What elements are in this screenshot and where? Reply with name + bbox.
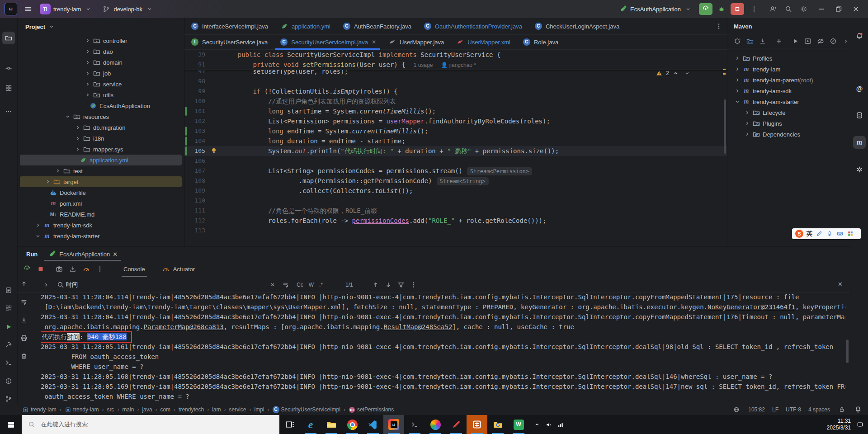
editor-tab-application.yml[interactable]: application.yml — [274, 18, 336, 34]
tab-actuator[interactable]: Actuator — [159, 261, 198, 277]
chevron-up-icon[interactable] — [533, 420, 542, 429]
console-log[interactable]: 2025-03-31 11:28:04.114|trendy-iam|48552… — [41, 292, 845, 404]
editor-tab-CheckUserLoginAspect.java[interactable]: CCheckUserLoginAspect.java — [528, 18, 625, 34]
input-mode-label[interactable]: 英 — [807, 230, 812, 238]
chevron-right-icon[interactable] — [83, 69, 92, 78]
editor-tab-Role.java[interactable]: CRole.java — [516, 35, 564, 49]
maven-item-trendy-iam-starter[interactable]: mtrendy-iam-starter — [730, 96, 848, 107]
chevron-right-icon[interactable] — [33, 221, 42, 230]
maven-skip-icon[interactable] — [829, 37, 838, 46]
filter-icon[interactable] — [396, 280, 406, 289]
taskbar-app-color-wheel[interactable] — [425, 415, 446, 434]
breadcrumb-item-service[interactable]: service — [227, 406, 247, 413]
chevron-right-icon[interactable] — [73, 134, 82, 143]
inspection-widget[interactable]: 2 — [655, 69, 692, 78]
translate-icon[interactable] — [732, 405, 741, 414]
ai-icon[interactable]: @ — [853, 82, 866, 94]
breadcrumb-item-main[interactable]: main — [121, 406, 135, 413]
chevron-right-icon[interactable] — [73, 145, 82, 154]
taskbar-app-orange-app[interactable] — [467, 415, 487, 434]
keyboard-icon[interactable] — [836, 230, 844, 237]
console-line[interactable]: oauth_access_token WHERE user_name = ? — [41, 392, 845, 401]
file-encoding[interactable]: UTF-8 — [786, 406, 801, 413]
stack-link[interactable]: ParameterMap@268ca813 — [144, 323, 224, 330]
services-icon[interactable] — [2, 302, 15, 315]
chevron-icon[interactable] — [733, 75, 742, 85]
input-method-bar[interactable]: S 英 — [792, 228, 861, 239]
tab-console[interactable]: Console — [121, 261, 148, 277]
pen-icon[interactable] — [816, 230, 823, 237]
start-button[interactable] — [0, 415, 22, 434]
minimize-button[interactable] — [814, 3, 829, 15]
sticky-line-39[interactable]: 39 public class SecurityUserServiceImpl … — [184, 50, 727, 60]
vcs-icon[interactable] — [2, 392, 15, 405]
maven-chev-r-icon[interactable] — [841, 37, 850, 46]
tree-item-dao[interactable]: dao — [20, 46, 182, 57]
usage-hint[interactable]: 1 usage — [414, 62, 433, 68]
commit-icon[interactable] — [2, 62, 15, 75]
maven-item-Plugins[interactable]: Plugins — [730, 118, 848, 129]
stack-link[interactable]: ResultMap@2485ea52 — [384, 323, 453, 330]
prev-problem-icon[interactable] — [671, 69, 680, 78]
editor-tab-InterfaceServiceImpl.java[interactable]: CInterfaceServiceImpl.java — [184, 18, 274, 34]
run-green-icon[interactable] — [2, 321, 15, 333]
run-tab[interactable]: EcsAuthApplication ✕ — [44, 247, 121, 261]
tree-item-application.yml[interactable]: application.yml — [20, 155, 182, 165]
console-line[interactable]: 2025-03-31 11:28:05.168|trendy-iam|48552… — [41, 372, 845, 382]
next-problem-icon[interactable] — [683, 69, 692, 78]
code-line-100[interactable]: 100 //通过用户角色列表加载用户的资源权限列表 — [184, 96, 727, 106]
openai-icon[interactable] — [853, 163, 866, 176]
tree-item-utils[interactable]: utils — [20, 90, 182, 100]
chevron-icon[interactable] — [743, 108, 752, 117]
tree-item-trendy-iam-starter[interactable]: mtrendy-iam-starter — [20, 231, 182, 241]
debug-button[interactable] — [717, 5, 726, 14]
chevron-down-icon[interactable] — [63, 112, 72, 121]
breadcrumb-item-src[interactable]: src — [105, 406, 115, 413]
intention-bulb-icon[interactable] — [210, 146, 218, 155]
lock-icon[interactable] — [837, 405, 846, 414]
editor-tab-UserMapper.xml[interactable]: UserMapper.xml — [450, 35, 516, 49]
console-line[interactable]: org.apache.ibatis.mapping.ParameterMap@2… — [41, 322, 845, 332]
next-match-icon[interactable] — [384, 280, 393, 289]
stop-button[interactable] — [731, 3, 744, 15]
chevron-icon[interactable] — [733, 97, 742, 106]
chevron-right-icon[interactable] — [83, 58, 92, 67]
maven-tool-icon[interactable]: m — [853, 136, 866, 149]
chevron-right-icon[interactable] — [53, 166, 62, 175]
import-icon[interactable] — [68, 264, 77, 274]
scroll-end-icon[interactable] — [19, 316, 28, 325]
breadcrumb-item-SecurityUserServiceImpl[interactable]: CSecurityUserServiceImpl — [271, 405, 342, 414]
chevron-icon[interactable] — [733, 65, 742, 74]
maven-download-icon[interactable] — [758, 37, 767, 46]
camera-icon[interactable] — [55, 264, 64, 274]
maven-item-Profiles[interactable]: Profiles — [730, 53, 848, 64]
code-line-111[interactable]: 111 //角色是一个特殊的权限，ROLE_前缀 — [184, 206, 727, 216]
structure-icon[interactable] — [2, 82, 15, 94]
breadcrumb-item-trendytech[interactable]: trendytech — [177, 406, 205, 413]
branch-switcher[interactable]: develop-bk — [113, 6, 142, 13]
tree-item-EcsAuthApplication[interactable]: EcsAuthApplication — [20, 100, 182, 111]
settings-icon[interactable] — [799, 5, 808, 14]
volume-icon[interactable] — [544, 420, 553, 429]
chevron-right-icon[interactable] — [73, 123, 82, 132]
chevron-icon[interactable] — [733, 86, 742, 95]
taskbar-clock[interactable]: 11:31 2025/3/31 — [827, 418, 855, 431]
problems-icon[interactable] — [2, 375, 15, 387]
code-line-99[interactable]: 99 if (!CollectionUtils.isEmpty(roles)) … — [184, 86, 727, 96]
breadcrumb-item-setPermissions[interactable]: msetPermissions — [347, 405, 395, 414]
code-line-97[interactable]: 97 setUserType(user, roles); — [184, 70, 727, 76]
close-icon[interactable]: ✕ — [113, 251, 118, 258]
tree-item-trendy-iam-sdk[interactable]: mtrendy-iam-sdk — [20, 220, 182, 231]
project-folder-icon[interactable] — [2, 32, 15, 44]
tree-item-resources[interactable]: resources — [20, 111, 182, 122]
expand-search-icon[interactable] — [42, 280, 51, 289]
whole-words-toggle[interactable]: W — [309, 282, 314, 288]
close-icon[interactable]: ✕ — [372, 39, 376, 45]
taskbar-search[interactable]: 在此键入进行搜索 — [22, 415, 279, 434]
taskbar-app-task-view[interactable] — [279, 415, 300, 434]
tree-item-job[interactable]: job — [20, 68, 182, 79]
editor-tab-SecurityUserService.java[interactable]: ISecurityUserService.java — [184, 35, 274, 49]
tab-list-icon[interactable] — [714, 22, 723, 31]
maven-item-trendy-iam-sdk[interactable]: mtrendy-iam-sdk — [730, 85, 848, 96]
tree-item-target[interactable]: target — [20, 176, 182, 187]
